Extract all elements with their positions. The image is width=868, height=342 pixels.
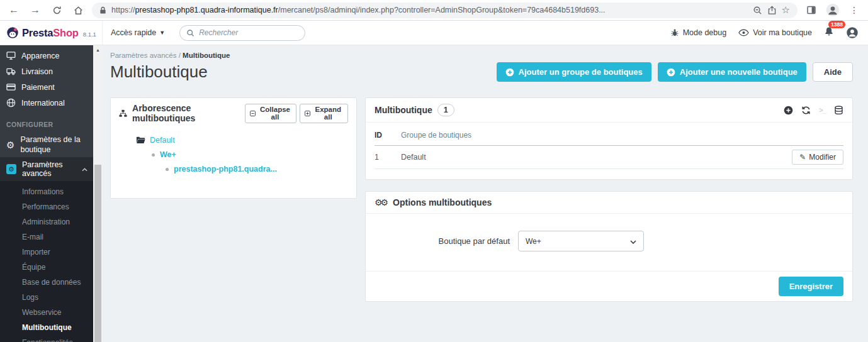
sidebar-item-apparence[interactable]: Apparence [0, 48, 93, 63]
lock-icon [99, 6, 106, 14]
gear-icon: ⚙ [6, 140, 14, 150]
desktop-icon [6, 51, 16, 60]
default-shop-select[interactable]: We+ [518, 231, 644, 251]
expand-all-button[interactable]: Expand all [300, 104, 348, 123]
side-panel-icon[interactable] [804, 3, 819, 18]
submenu-item-importer[interactable]: Importer [0, 245, 93, 260]
submenu-item-base-de-donnees[interactable]: Base de données [0, 275, 93, 290]
help-button[interactable]: Aide [813, 62, 853, 82]
browser-profile-avatar[interactable] [825, 3, 840, 18]
sitemap-icon [119, 109, 127, 118]
plus-circle-icon [505, 68, 514, 77]
scrollbar-thumb[interactable] [94, 165, 101, 342]
account-avatar[interactable] [846, 26, 859, 39]
add-icon[interactable] [784, 106, 793, 115]
multistore-tree: Default We+ prestashop-php81.quadra... [111, 128, 356, 198]
submenu-item-email[interactable]: E-mail [0, 229, 93, 245]
back-icon[interactable]: ← [6, 3, 21, 18]
prestashop-mascot-icon [6, 26, 19, 39]
chevron-up-icon [82, 165, 87, 174]
tree-panel-title: Arborescence multiboutiques [132, 103, 240, 123]
bookmark-star-icon[interactable]: ☆ [782, 4, 790, 16]
refresh-icon[interactable] [801, 106, 811, 115]
brand-name: PrestaShop [22, 27, 79, 39]
url-text: https://prestashop-php81.quadra-informat… [111, 6, 748, 14]
column-header-group: Groupe de boutiques [401, 131, 843, 140]
advanced-gear-icon: ⚙ [6, 164, 16, 174]
shop-groups-table: ID Groupe de boutiques 1 Default ✎ Modif… [366, 123, 852, 179]
sidebar-scrollbar[interactable]: ▲ [93, 45, 103, 342]
shop-groups-panel: Multiboutique 1 >_ [365, 97, 853, 180]
tree-node-shop[interactable]: prestashop-php81.quadra... [174, 165, 277, 174]
sidebar-item-international[interactable]: International [0, 95, 93, 111]
version-label: 8.1.1 [83, 31, 96, 38]
tree-node-group[interactable]: We+ [160, 150, 176, 159]
add-new-shop-button[interactable]: Ajouter une nouvelle boutique [658, 62, 806, 82]
submenu-item-webservice[interactable]: Webservice [0, 305, 93, 320]
submenu-item-multiboutique[interactable]: Multiboutique [0, 320, 93, 335]
address-bar[interactable]: https://prestashop-php81.quadra-informat… [92, 3, 798, 18]
collapse-all-button[interactable]: Collapse all [245, 104, 296, 123]
bullet-icon [152, 153, 155, 157]
list-panel-title: Multiboutique [375, 105, 432, 115]
pencil-icon: ✎ [799, 153, 806, 162]
bullet-icon [166, 168, 169, 171]
save-button[interactable]: Enregistrer [779, 277, 843, 296]
submenu-item-informations[interactable]: Informations [0, 184, 93, 199]
search-input[interactable] [199, 28, 298, 37]
globe-icon [6, 98, 16, 108]
advanced-submenu: Informations Performances Administration… [0, 181, 93, 342]
mode-debug[interactable]: Mode debug [670, 28, 727, 37]
quick-access-dropdown[interactable]: Accès rapide ▼ [111, 28, 165, 37]
view-my-shop[interactable]: Voir ma boutique [738, 28, 812, 37]
breadcrumb-parent[interactable]: Paramètres avancés [110, 52, 176, 59]
notifications-bell[interactable]: 1388 [824, 26, 834, 39]
options-panel-title: Options multiboutiques [393, 197, 492, 207]
browser-chrome: ← → https://prestashop-php81.quadra-info… [0, 0, 868, 21]
plus-circle-icon [667, 68, 675, 77]
multistore-options-panel: ⚙⚙ Options multiboutiques Boutique par d… [365, 191, 853, 302]
bug-icon [670, 28, 679, 37]
database-icon[interactable] [834, 106, 843, 115]
submenu-item-logs[interactable]: Logs [0, 290, 93, 305]
submenu-item-equipe[interactable]: Équipe [0, 260, 93, 275]
sidebar: Apparence Livraison Paiement Internation… [0, 45, 93, 342]
breadcrumb-current: Multiboutique [183, 52, 230, 59]
sidebar-item-paiement[interactable]: Paiement [0, 79, 93, 95]
breadcrumb: Paramètres avancés / Multiboutique [110, 52, 853, 59]
square-plus-icon [305, 110, 310, 117]
notifications-badge: 1388 [828, 21, 845, 28]
admin-header: PrestaShop 8.1.1 Accès rapide ▼ Mode deb… [0, 21, 868, 45]
submenu-item-performances[interactable]: Performances [0, 199, 93, 214]
submenu-item-fonctionnalites[interactable]: Fonctionnalités nouvelles et expérimenta… [0, 335, 93, 342]
gears-icon: ⚙⚙ [375, 197, 386, 207]
search-box[interactable] [179, 25, 305, 41]
eye-icon [738, 29, 749, 36]
sidebar-section-configurer: CONFIGURER [0, 111, 93, 133]
credit-card-icon [6, 82, 16, 92]
tree-node-default[interactable]: Default [150, 136, 175, 145]
sidebar-item-parametres-boutique[interactable]: ⚙ Paramètres de la boutique [0, 133, 93, 157]
search-icon [186, 29, 194, 37]
main-content: Paramètres avancés / Multiboutique Multi… [103, 45, 868, 342]
add-shop-group-button[interactable]: Ajouter un groupe de boutiques [497, 62, 651, 82]
submenu-item-administration[interactable]: Administration [0, 214, 93, 229]
share-icon[interactable] [767, 6, 777, 15]
column-header-id: ID [375, 131, 401, 140]
sidebar-item-livraison[interactable]: Livraison [0, 63, 93, 79]
chevron-down-icon: ▼ [159, 30, 165, 36]
open-folder-icon [136, 136, 145, 144]
sidebar-item-parametres-avances[interactable]: ⚙ Paramètres avancés [0, 157, 93, 181]
modify-button[interactable]: ✎ Modifier [792, 150, 843, 165]
browser-menu-icon[interactable]: ⋮ [847, 3, 862, 18]
cell-group: Default [401, 153, 792, 162]
page-title: Multiboutique [110, 62, 208, 82]
terminal-icon[interactable]: >_ [819, 106, 826, 114]
scrollbar-up-arrow-icon[interactable]: ▲ [93, 45, 103, 52]
forward-icon[interactable]: → [28, 3, 43, 18]
prestashop-logo[interactable]: PrestaShop 8.1.1 [0, 21, 103, 45]
reload-icon[interactable] [49, 3, 64, 18]
zoom-out-icon[interactable] [753, 6, 762, 15]
home-icon[interactable] [70, 3, 86, 18]
square-minus-icon [250, 110, 256, 117]
